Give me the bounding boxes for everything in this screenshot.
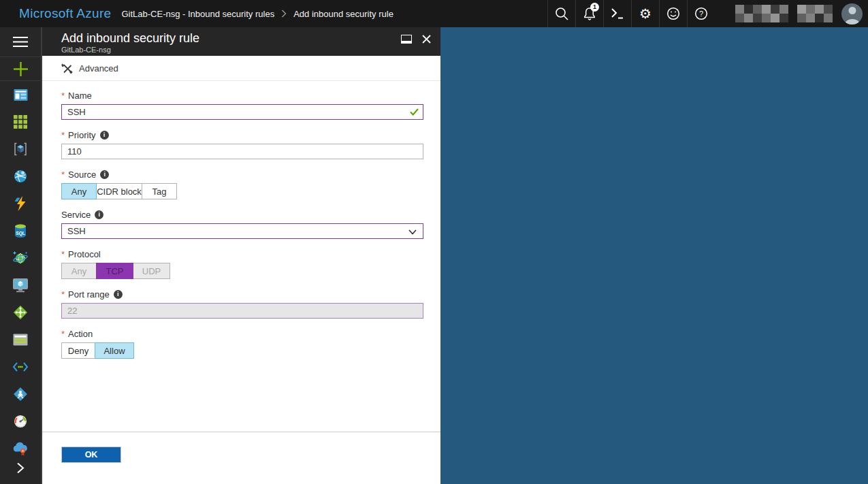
source-info-icon[interactable] [100,170,109,179]
port-range-input [61,303,423,319]
service-select[interactable]: SSH [61,223,423,239]
load-balancers-icon [13,305,28,320]
sidebar-expand-toggle[interactable] [0,454,41,481]
blade-window-controls [401,35,431,44]
name-input[interactable] [61,104,423,120]
blade-footer: OK [42,432,440,484]
all-resources-icon [14,115,27,129]
maximize-button[interactable] [401,35,412,44]
search-icon [554,6,569,21]
add-inbound-rule-blade: Add inbound security rule GitLab-CE-nsg … [41,27,440,484]
protocol-option-udp: UDP [133,263,170,279]
action-label: Action [68,329,93,339]
sidebar-item-dashboard[interactable] [0,81,41,108]
required-marker: * [61,249,65,259]
close-icon [422,35,431,44]
blade-title: Add inbound security rule [61,31,432,46]
service-selected-value: SSH [67,226,86,236]
source-toggle: Any CIDR block Tag [61,183,423,199]
pixelated-user-text [735,5,744,14]
tools-icon [61,63,73,74]
cloud-shell-icon [610,7,625,20]
name-field-group: * Name [61,91,423,120]
source-option-tag[interactable]: Tag [142,183,177,199]
svg-text:?: ? [699,10,703,18]
notifications-button[interactable]: 1 [575,0,603,27]
sql-databases-icon: SQL [14,223,27,238]
action-toggle: Deny Allow [61,342,423,359]
sidebar-item-resource-groups[interactable] [0,135,41,163]
sidebar-item-app-services[interactable] [0,163,41,190]
sidebar-item-cosmos-db[interactable] [0,244,41,272]
resource-groups-icon [13,142,28,157]
sidebar-item-load-balancers[interactable] [0,299,41,326]
service-label: Service [61,210,91,220]
azure-active-directory-icon [13,387,28,402]
user-avatar[interactable] [841,3,863,25]
advanced-button[interactable]: Advanced [61,63,118,74]
breadcrumb-parent[interactable]: GitLab-CE-nsg - Inbound security rules [121,9,274,19]
new-plus-icon [14,62,28,76]
cloud-shell-button[interactable] [603,0,631,27]
source-option-cidr-block[interactable]: CIDR block [96,183,142,199]
required-marker: * [61,130,65,140]
protocol-option-tcp: TCP [96,263,133,279]
azure-logo[interactable]: Microsoft Azure [19,6,111,21]
hamburger-menu-icon [13,37,28,48]
blade-header: Add inbound security rule GitLab-CE-nsg [42,27,440,56]
sidebar-item-virtual-machines[interactable] [0,272,41,299]
expand-chevron-icon [16,462,25,474]
sidebar-item-monitor[interactable] [0,408,41,435]
cosmos-db-icon [12,251,29,265]
source-option-any[interactable]: Any [61,183,97,199]
settings-button[interactable]: ⚙ [631,0,659,27]
action-option-allow[interactable]: Allow [95,342,134,359]
priority-label: Priority [68,130,95,140]
priority-info-icon[interactable] [100,131,109,140]
priority-label-row: * Priority [61,130,423,140]
required-marker: * [61,91,65,101]
protocol-toggle: Any TCP UDP [61,263,423,279]
virtual-networks-icon [12,362,29,372]
service-field-group: Service SSH [61,210,423,239]
priority-input[interactable] [61,144,423,159]
svg-text:SQL: SQL [16,231,25,236]
sidebar-item-new[interactable] [0,57,41,80]
protocol-option-any: Any [61,263,97,279]
port-range-info-icon[interactable] [114,290,123,299]
close-button[interactable] [422,35,431,44]
name-label: Name [68,91,92,101]
name-label-row: * Name [61,91,423,101]
action-label-row: * Action [61,329,423,339]
service-info-icon[interactable] [95,210,103,219]
sidebar-item-all-resources[interactable] [0,108,41,135]
protocol-label-row: * Protocol [61,249,423,259]
breadcrumb-chevron-icon [281,10,287,18]
sidebar-item-function-apps[interactable] [0,190,41,217]
sidebar-item-sql-databases[interactable]: SQL [0,217,41,244]
protocol-label: Protocol [68,249,101,259]
required-marker: * [61,170,65,180]
breadcrumb-current: Add inbound security rule [293,9,393,19]
help-button[interactable]: ? [687,0,715,27]
source-label-row: * Source [61,170,423,180]
service-label-row: Service [61,210,423,220]
help-icon: ? [694,6,709,21]
action-option-deny[interactable]: Deny [61,342,95,359]
feedback-button[interactable] [659,0,687,27]
sidebar-item-azure-active-directory[interactable] [0,381,41,408]
feedback-smiley-icon [666,6,681,21]
protocol-field-group: * Protocol Any TCP UDP [61,249,423,279]
storage-accounts-icon [13,334,28,346]
source-field-group: * Source Any CIDR block Tag [61,170,423,199]
port-range-label: Port range [68,289,110,300]
sidebar-hamburger-menu[interactable] [0,27,41,57]
ok-button[interactable]: OK [61,447,121,463]
required-marker: * [61,329,65,339]
action-field-group: * Action Deny Allow [61,329,423,359]
search-button[interactable] [547,0,575,27]
avatar-person-icon [848,7,856,14]
sidebar-item-storage-accounts[interactable] [0,326,41,353]
sidebar-item-virtual-networks[interactable] [0,353,41,381]
blade-toolbar: Advanced [42,56,440,81]
